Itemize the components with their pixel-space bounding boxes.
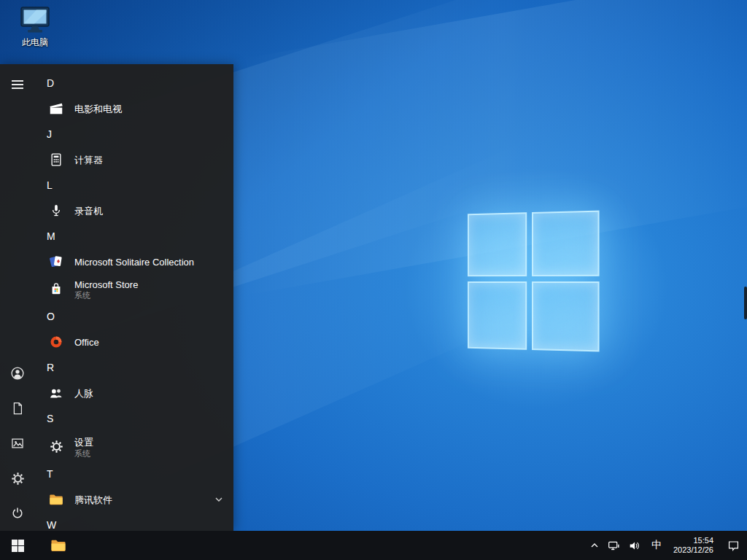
app-item-microsoft-store[interactable]: Microsoft Store 系统 [35, 274, 233, 303]
taskbar-clock[interactable]: 15:54 2023/12/26 [667, 531, 719, 560]
app-item-calculator[interactable]: 计算器 [35, 147, 233, 172]
desktop-icon-label: 此电脑 [6, 36, 64, 49]
section-letter: D [47, 77, 64, 89]
solitaire-icon [47, 252, 66, 271]
volume-icon[interactable] [624, 531, 646, 560]
calculator-icon [47, 150, 66, 169]
app-item-settings[interactable]: 设置 系统 [35, 432, 233, 461]
section-letter: J [47, 128, 64, 140]
gear-icon[interactable] [0, 461, 35, 496]
start-button[interactable] [0, 531, 35, 560]
logo-pane [468, 281, 527, 350]
windows-logo-icon [12, 540, 24, 552]
file-explorer-button[interactable] [42, 531, 74, 560]
app-label: 计算器 [74, 155, 103, 166]
section-letter: W [47, 519, 64, 531]
app-label: 录音机 [74, 206, 103, 217]
app-item-solitaire[interactable]: Microsoft Solitaire Collection [35, 249, 233, 274]
section-letter: S [47, 413, 64, 424]
desktop-icon-this-pc[interactable]: 此电脑 [6, 6, 64, 49]
section-letter: O [47, 311, 64, 322]
chevron-down-icon [214, 495, 223, 504]
user-icon[interactable] [0, 356, 35, 391]
app-label: Microsoft Solitaire Collection [74, 257, 194, 268]
section-header-t[interactable]: T [35, 461, 233, 487]
app-item-voice-recorder[interactable]: 录音机 [35, 198, 233, 223]
app-label: Microsoft Store [74, 279, 138, 290]
windows-logo-wallpaper [468, 211, 600, 352]
scrollbar-thumb[interactable] [744, 287, 747, 319]
logo-pane [532, 281, 600, 351]
document-icon[interactable] [0, 391, 35, 426]
app-label: 设置 [74, 437, 93, 448]
network-icon[interactable] [603, 531, 624, 560]
start-menu-rail [0, 64, 35, 531]
section-header-j[interactable]: J [35, 121, 233, 147]
start-menu-app-list: D 电影和电视 J [35, 64, 233, 531]
app-sublabel: 系统 [74, 291, 138, 300]
app-label: 腾讯软件 [74, 494, 112, 505]
section-header-d[interactable]: D [35, 70, 233, 96]
app-group-tencent-software[interactable]: 腾讯软件 [35, 487, 233, 512]
app-item-office[interactable]: Office [35, 330, 233, 354]
power-icon[interactable] [0, 496, 35, 531]
this-pc-icon [18, 6, 52, 35]
pictures-icon[interactable] [0, 426, 35, 461]
folder-icon [50, 537, 67, 554]
taskbar: 中 15:54 2023/12/26 [0, 531, 747, 560]
app-sublabel: 系统 [74, 449, 93, 458]
section-header-s[interactable]: S [35, 405, 233, 432]
action-center-button[interactable] [719, 531, 747, 560]
section-header-m[interactable]: M [35, 223, 233, 249]
logo-pane [468, 212, 527, 276]
section-header-r[interactable]: R [35, 354, 233, 381]
section-letter: R [47, 362, 64, 373]
app-label: 电影和电视 [74, 104, 122, 114]
app-label: 人脉 [74, 388, 93, 399]
voice-recorder-icon [47, 201, 66, 220]
people-icon [47, 384, 66, 402]
section-header-w[interactable]: W [35, 512, 233, 531]
hamburger-icon[interactable] [0, 67, 35, 102]
start-menu: D 电影和电视 J [0, 64, 233, 531]
office-icon [47, 332, 66, 351]
clock-time: 15:54 [673, 536, 713, 545]
clock-date: 2023/12/26 [673, 545, 713, 555]
settings-gear-icon [47, 437, 66, 456]
folder-icon [47, 490, 66, 509]
system-tray: 中 15:54 2023/12/26 [586, 531, 747, 560]
app-item-movies-tv[interactable]: 电影和电视 [35, 96, 233, 121]
logo-pane [532, 211, 600, 277]
ime-indicator[interactable]: 中 [646, 531, 667, 560]
section-header-l[interactable]: L [35, 172, 233, 198]
section-letter: T [47, 468, 64, 480]
store-icon [47, 279, 66, 298]
section-letter: M [47, 230, 64, 242]
movies-tv-icon [47, 99, 66, 118]
app-item-people[interactable]: 人脉 [35, 381, 233, 405]
action-center-icon [727, 540, 740, 552]
section-letter: L [47, 179, 64, 191]
app-label: Office [74, 337, 99, 348]
tray-chevron-up-icon[interactable] [586, 531, 603, 560]
section-header-o[interactable]: O [35, 303, 233, 330]
